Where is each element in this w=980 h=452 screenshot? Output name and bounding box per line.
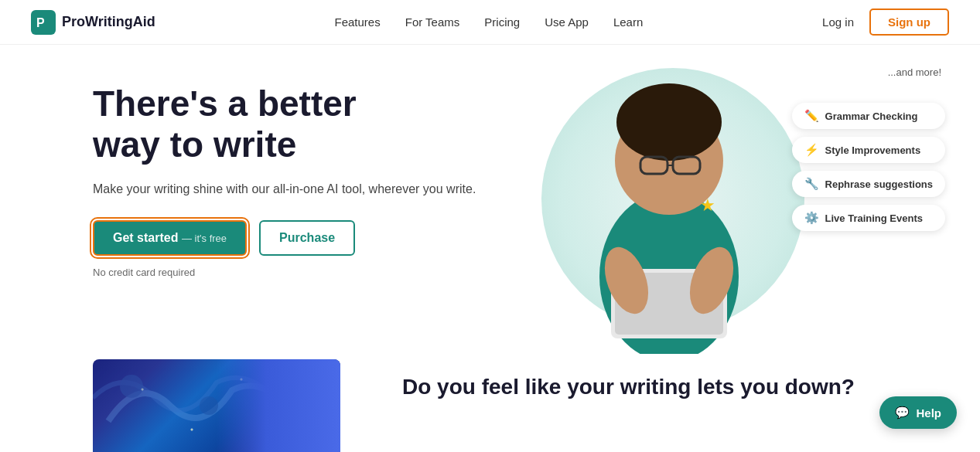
nav-for-teams[interactable]: For Teams (405, 15, 460, 29)
blue-overlay (217, 359, 340, 452)
person-illustration: ★ (549, 60, 789, 354)
bottom-right: Do you feel like your writing lets you d… (402, 359, 855, 399)
style-icon: ⚡ (804, 143, 819, 157)
and-more-text: ...and more! (888, 66, 941, 78)
rephrase-icon: 🔧 (804, 177, 819, 191)
feature-pill-style: ⚡ Style Improvements (792, 137, 945, 163)
nav-links: Features For Teams Pricing Use App Learn (335, 15, 644, 29)
help-chat-icon: 💬 (895, 406, 910, 420)
svg-point-14 (200, 396, 218, 415)
bottom-section: Do you feel like your writing lets you d… (0, 359, 980, 452)
feature-pill-rephrase: 🔧 Rephrase suggestions (792, 171, 945, 197)
hero-section: There's a better way to write Make your … (0, 45, 980, 352)
signup-button[interactable]: Sign up (869, 8, 949, 36)
login-link[interactable]: Log in (822, 15, 854, 29)
nav-learn[interactable]: Learn (613, 15, 643, 29)
navbar: P ProWritingAid Features For Teams Prici… (0, 0, 980, 45)
feature-pill-grammar: ✏️ Grammar Checking (792, 103, 945, 129)
hero-content: There's a better way to write Make your … (93, 76, 495, 278)
svg-text:★: ★ (700, 195, 715, 215)
help-button[interactable]: 💬 Help (879, 396, 957, 429)
get-started-button[interactable]: Get started — it's free (93, 220, 247, 256)
no-credit-text: No credit card required (93, 267, 495, 278)
starry-night-bg (93, 359, 340, 452)
hero-buttons: Get started — it's free Purchase (93, 220, 495, 256)
nav-pricing[interactable]: Pricing (484, 15, 520, 29)
nav-features[interactable]: Features (335, 15, 381, 29)
training-icon: ⚙️ (804, 211, 819, 225)
grammar-icon: ✏️ (804, 109, 819, 123)
hero-title: There's a better way to write (93, 83, 495, 165)
svg-point-4 (616, 83, 722, 161)
brand-name: ProWritingAid (62, 14, 155, 30)
logo-link[interactable]: P ProWritingAid (31, 10, 155, 35)
svg-text:P: P (36, 16, 45, 29)
feature-pills: ✏️ Grammar Checking ⚡ Style Improvements… (792, 103, 945, 231)
feature-pill-training: ⚙️ Live Training Events (792, 205, 945, 231)
hero-illustration: ★ ...and more! ✏️ Grammar Checking ⚡ Sty… (495, 60, 949, 354)
purchase-button[interactable]: Purchase (259, 220, 355, 256)
bottom-question: Do you feel like your writing lets you d… (402, 375, 855, 399)
nav-use-app[interactable]: Use App (545, 15, 589, 29)
bottom-image (93, 359, 340, 452)
svg-point-13 (120, 375, 143, 398)
logo-icon: P (31, 10, 56, 35)
nav-auth: Log in Sign up (822, 8, 949, 36)
hero-subtitle: Make your writing shine with our all-in-… (93, 179, 495, 199)
